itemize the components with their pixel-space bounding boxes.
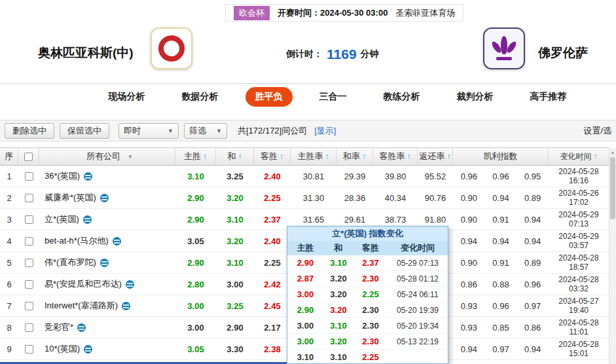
sort-icon[interactable]: ↑: [594, 152, 598, 161]
draw-odds-cell[interactable]: 3.25: [216, 172, 254, 181]
away-odds-cell[interactable]: 2.17: [254, 323, 291, 333]
home-odds-cell[interactable]: 3.05: [175, 344, 216, 354]
tab-referee-analysis[interactable]: 裁判分析: [447, 87, 503, 107]
draw-odds-cell[interactable]: 3.10: [216, 215, 254, 225]
draw-odds-cell[interactable]: 3.00: [216, 280, 254, 289]
sort-icon[interactable]: ↑: [280, 152, 283, 161]
kelly-cell: 0.940.940.94: [453, 236, 549, 246]
home-odds-cell[interactable]: 3.10: [175, 172, 216, 181]
company-name[interactable]: 立*(英国): [45, 213, 79, 225]
tab-data-analysis[interactable]: 数据分析: [172, 87, 228, 107]
row-checkbox[interactable]: [25, 302, 33, 310]
company-detail-icon[interactable]: [100, 194, 109, 202]
away-odds-cell[interactable]: 2.42: [254, 280, 291, 289]
row-checkbox[interactable]: [25, 194, 33, 202]
tab-expert-picks[interactable]: 高手推荐: [520, 87, 577, 107]
home-odds-cell[interactable]: 3.05: [175, 236, 216, 246]
company-name[interactable]: bet-at-h*(马尔他): [45, 235, 109, 247]
kelly-home: 0.93: [453, 301, 485, 311]
home-odds-cell[interactable]: 2.90: [175, 258, 216, 268]
row-checkbox[interactable]: [25, 345, 33, 354]
header-away-odds[interactable]: 客胜↑: [254, 148, 291, 165]
draw-odds-cell[interactable]: 3.10: [216, 258, 254, 268]
away-odds-cell[interactable]: 2.45: [254, 301, 291, 311]
away-odds-cell[interactable]: 2.40: [254, 236, 291, 246]
company-detail-icon[interactable]: [100, 259, 109, 267]
tab-live-analysis[interactable]: 现场分析: [99, 87, 155, 107]
sort-icon[interactable]: ↑: [362, 152, 366, 161]
company-detail-icon[interactable]: [84, 345, 92, 354]
sort-icon[interactable]: ↑: [238, 152, 242, 161]
header-away-rate[interactable]: 客胜率↑: [373, 148, 418, 165]
table-row[interactable]: 2 威廉希*(英国) 2.90 3.20 2.25 31.30 28.36 40…: [0, 187, 609, 209]
away-odds-cell[interactable]: 2.25: [254, 258, 291, 268]
show-link[interactable]: [显示]: [314, 125, 336, 137]
company-detail-icon[interactable]: [84, 172, 92, 181]
away-odds-cell[interactable]: 2.25: [254, 193, 291, 203]
home-odds-cell[interactable]: 2.90: [175, 215, 216, 225]
company-detail-icon[interactable]: [122, 302, 130, 310]
kelly-draw: 0.96: [485, 172, 517, 181]
keep-selected-button[interactable]: 保留选中: [60, 123, 109, 139]
draw-odds-cell[interactable]: 3.25: [216, 301, 254, 311]
sort-icon[interactable]: ↑: [407, 152, 411, 161]
time-filter-select[interactable]: 即时 ▼: [118, 123, 179, 139]
row-checkbox[interactable]: [25, 323, 33, 332]
row-checkbox[interactable]: [25, 280, 33, 289]
tab-win-draw-lose[interactable]: 胜平负: [245, 87, 293, 107]
draw-odds-cell[interactable]: 2.90: [216, 323, 254, 333]
company-name[interactable]: 易*(安提瓜和巴布达): [45, 278, 122, 290]
header-draw-odds[interactable]: 和↑: [216, 148, 254, 165]
company-name[interactable]: 威廉希*(英国): [45, 192, 96, 204]
header-draw-rate[interactable]: 和率↑: [336, 148, 373, 165]
header-home-rate[interactable]: 主胜率↑: [291, 148, 336, 165]
company-name[interactable]: 竞彩官*: [45, 321, 73, 333]
vertical-scrollbar[interactable]: ▲: [609, 148, 616, 364]
header-return-rate[interactable]: 返还率↑: [418, 148, 453, 165]
row-checkbox[interactable]: [25, 215, 33, 224]
company-name[interactable]: 36*(英国): [45, 170, 80, 182]
tab-coach-analysis[interactable]: 教练分析: [374, 87, 430, 107]
sort-icon[interactable]: ↑: [447, 152, 451, 161]
company-filter-icon[interactable]: ▼: [128, 154, 133, 160]
scroll-up-icon[interactable]: ▲: [609, 148, 616, 156]
draw-odds-cell[interactable]: 3.20: [216, 193, 254, 203]
company-detail-icon[interactable]: [83, 215, 92, 224]
row-checkbox[interactable]: [25, 259, 33, 267]
scrollbar-thumb[interactable]: [610, 157, 615, 219]
company-name[interactable]: Interwet*(塞浦路斯): [45, 300, 118, 312]
filter-select[interactable]: 筛选 ▼: [184, 123, 227, 139]
header-company[interactable]: 所有公司 ▼: [39, 148, 175, 165]
home-odds-cell[interactable]: 2.80: [175, 280, 216, 289]
countdown-label: 倒计时：: [286, 48, 323, 60]
kelly-cell: 0.860.880.96: [453, 280, 549, 289]
away-rate-cell: 39.80: [373, 172, 418, 181]
home-odds-cell[interactable]: 2.90: [175, 193, 216, 203]
select-all-checkbox[interactable]: [24, 153, 33, 161]
header-change-time[interactable]: 变化时间↑: [549, 148, 609, 165]
sort-icon[interactable]: ↑: [325, 152, 329, 161]
company-detail-icon[interactable]: [126, 280, 134, 289]
home-odds-cell[interactable]: 3.00: [175, 301, 216, 311]
header-select-all[interactable]: [18, 148, 39, 165]
away-odds-cell[interactable]: 2.38: [254, 344, 291, 354]
company-detail-icon[interactable]: [77, 323, 86, 332]
draw-odds-cell[interactable]: 3.30: [216, 344, 254, 354]
away-odds-cell[interactable]: 2.40: [254, 172, 291, 181]
company-name[interactable]: 10*(英国): [45, 343, 80, 355]
change-time-cell: 2024-05-2803:32: [549, 275, 609, 293]
home-odds-cell[interactable]: 3.00: [175, 323, 216, 333]
away-odds-cell[interactable]: 2.37: [254, 215, 291, 225]
row-checkbox[interactable]: [25, 172, 33, 181]
row-checkbox[interactable]: [25, 237, 33, 246]
company-name[interactable]: 伟*(直布罗陀): [45, 257, 96, 268]
popup-history-row: 3.00 3.20 2.25 05-24 06:11: [287, 287, 448, 302]
draw-odds-cell[interactable]: 3.20: [216, 236, 254, 246]
settings-link[interactable]: 设置/选: [583, 125, 611, 137]
tab-three-in-one[interactable]: 三合一: [310, 87, 357, 107]
sort-icon[interactable]: ↑: [203, 152, 207, 161]
table-row[interactable]: 1 36*(英国) 3.10 3.25 2.40 30.81 29.39 39.…: [0, 166, 609, 187]
company-detail-icon[interactable]: [113, 237, 121, 246]
header-home-odds[interactable]: 主胜↑: [175, 148, 216, 165]
delete-selected-button[interactable]: 删除选中: [5, 123, 54, 139]
